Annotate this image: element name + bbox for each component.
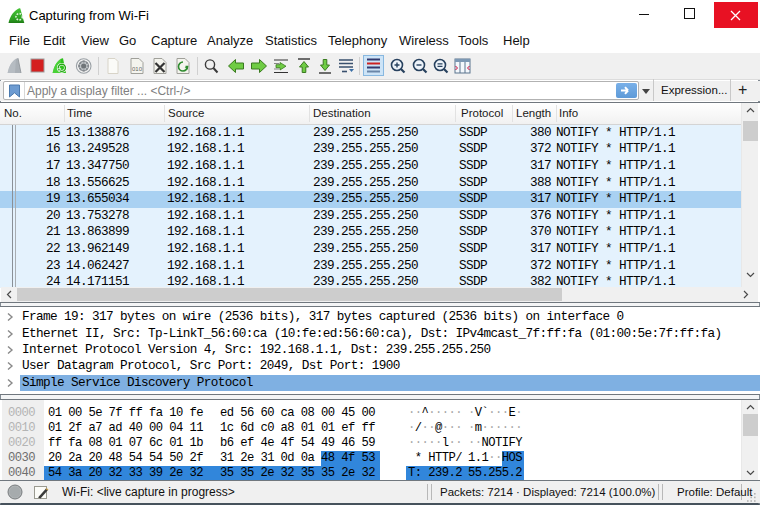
svg-text:010: 010	[132, 66, 143, 72]
